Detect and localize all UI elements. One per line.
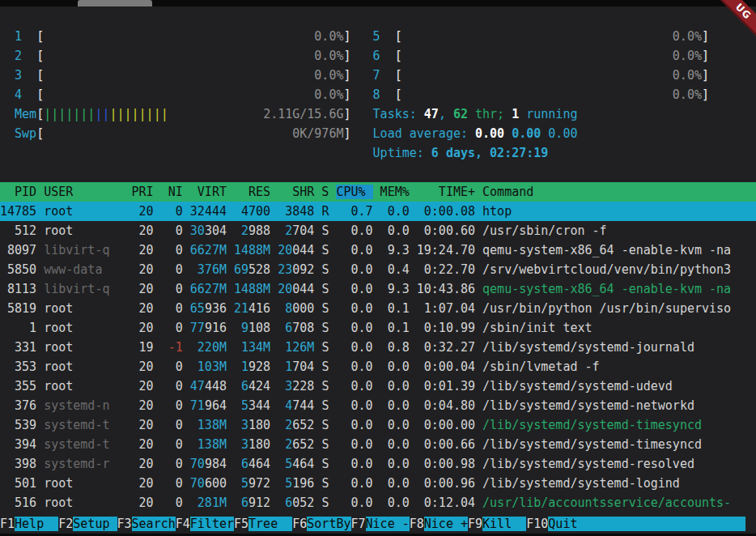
process-row-355[interactable]: 355 root 20 0 47448 6424 3228 S 0.0 0.0 … bbox=[0, 376, 756, 396]
process-row-501[interactable]: 501 root 20 0 70600 5972 5196 S 0.0 0.0 … bbox=[0, 474, 756, 493]
fkey-f4[interactable]: F4Filter bbox=[176, 517, 234, 531]
process-row-516[interactable]: 516 root 20 0 281M 6912 6052 S 0.0 0.0 0… bbox=[0, 493, 756, 513]
uptime-row: Uptime: 6 days, 02:27:19 bbox=[0, 143, 756, 163]
process-row-353[interactable]: 353 root 20 0 103M 1928 1704 S 0.0 0.0 0… bbox=[0, 357, 756, 376]
fkey-f1[interactable]: F1Help bbox=[0, 517, 58, 531]
cpu-meters-row-4: 4 [ 0.0%] 8 [ 0.0%] bbox=[0, 85, 756, 104]
browser-tab[interactable] bbox=[78, 0, 152, 6]
fkey-f8[interactable]: F8Nice + bbox=[410, 517, 468, 531]
fkey-f7[interactable]: F7Nice - bbox=[351, 517, 410, 531]
process-row-14785[interactable]: 14785 root 20 0 32444 4700 3848 R 0.7 0.… bbox=[0, 202, 756, 221]
screen: 1 [ 0.0%] 5 [ 0.0%] 2 [ 0.0%] 6 [ 0.0%] … bbox=[0, 0, 756, 536]
fkey-f9[interactable]: F9Kill bbox=[468, 517, 526, 531]
cpu-meters-row-3: 3 [ 0.0%] 7 [ 0.0%] bbox=[0, 66, 756, 85]
process-row-331[interactable]: 331 root 19 -1 220M 134M 126M S 0.0 0.8 … bbox=[0, 338, 756, 357]
process-row-398[interactable]: 398 systemd-r 20 0 70984 6464 5464 S 0.0… bbox=[0, 454, 756, 474]
function-key-bar: F1Help F2Setup F3SearchF4FilterF5Tree F6… bbox=[0, 514, 756, 534]
process-row-1[interactable]: 1 root 20 0 77916 9108 6708 S 0.0 0.1 0:… bbox=[0, 318, 756, 338]
process-row-376[interactable]: 376 systemd-n 20 0 71964 5344 4744 S 0.0… bbox=[0, 396, 756, 415]
process-row-8097[interactable]: 8097 libvirt-q 20 0 6627M 1488M 20044 S … bbox=[0, 240, 756, 260]
process-row-512[interactable]: 512 root 20 0 30304 2988 2704 S 0.0 0.0 … bbox=[0, 221, 756, 240]
fkey-f5[interactable]: F5Tree bbox=[234, 517, 292, 531]
process-row-394[interactable]: 394 systemd-t 20 0 138M 3180 2652 S 0.0 … bbox=[0, 435, 756, 454]
process-row-5850[interactable]: 5850 www-data 20 0 376M 69528 23092 S 0.… bbox=[0, 260, 756, 279]
fkey-f3[interactable]: F3Search bbox=[117, 517, 176, 531]
process-row-8113[interactable]: 8113 libvirt-q 20 0 6627M 1488M 20044 S … bbox=[0, 279, 756, 299]
cpu-meters-row-1: 1 [ 0.0%] 5 [ 0.0%] bbox=[0, 27, 756, 46]
htop-terminal: 1 [ 0.0%] 5 [ 0.0%] 2 [ 0.0%] 6 [ 0.0%] … bbox=[0, 6, 756, 534]
fkey-f2[interactable]: F2Setup bbox=[58, 517, 117, 531]
table-header[interactable]: PID USER PRI NI VIRT RES SHR S CPU% MEM%… bbox=[0, 182, 756, 202]
spacer-row bbox=[0, 163, 756, 182]
window-chrome bbox=[0, 0, 756, 6]
process-row-5819[interactable]: 5819 root 20 0 65936 21416 8000 S 0.0 0.… bbox=[0, 299, 756, 318]
memory-meter-row: Mem[||||||||||||||||| 2.11G/15.6G] Tasks… bbox=[0, 104, 756, 124]
fkey-f6[interactable]: F6SortBy bbox=[292, 517, 350, 531]
process-row-539[interactable]: 539 systemd-t 20 0 138M 3180 2652 S 0.0 … bbox=[0, 415, 756, 435]
swap-meter-row: Swp[ 0K/976M] Load average: 0.00 0.00 0.… bbox=[0, 124, 756, 143]
cpu-meters-row-2: 2 [ 0.0%] 6 [ 0.0%] bbox=[0, 46, 756, 66]
fkey-f10[interactable]: F10Quit bbox=[526, 517, 745, 531]
